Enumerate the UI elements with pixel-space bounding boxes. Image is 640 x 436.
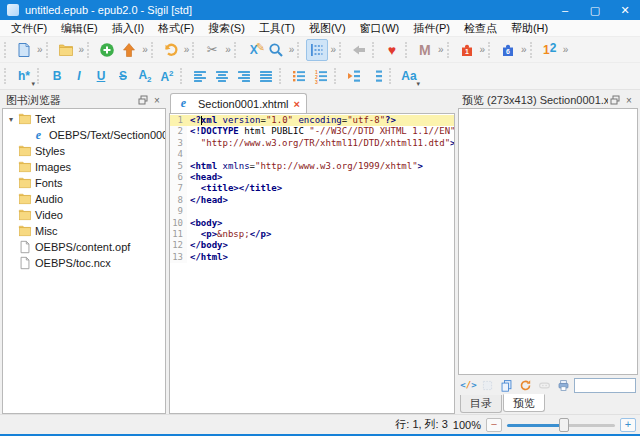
print-icon[interactable]: [555, 377, 572, 394]
find-icon[interactable]: [265, 39, 287, 61]
align-justify-icon[interactable]: [255, 65, 277, 87]
underline-icon[interactable]: U: [90, 65, 112, 87]
tree-item-fonts[interactable]: Fonts: [3, 175, 165, 191]
menu-视图(V)[interactable]: 视图(V): [302, 20, 353, 36]
menu-工具(T)[interactable]: 工具(T): [252, 20, 302, 36]
toolbar-overflow-icon[interactable]: »: [77, 44, 86, 55]
toolbar-overflow-icon[interactable]: »: [140, 44, 149, 55]
menu-搜索(S)[interactable]: 搜索(S): [201, 20, 252, 36]
preview-address-input[interactable]: [574, 378, 636, 393]
bold-icon[interactable]: B: [46, 65, 68, 87]
plugin-red-1-icon[interactable]: 1: [456, 39, 478, 61]
minimize-button[interactable]: –: [550, 0, 580, 20]
tree-item-oebps-toc-ncx[interactable]: OEBPS/toc.ncx: [3, 255, 165, 271]
italic-icon[interactable]: I: [68, 65, 90, 87]
line-number: 7: [170, 183, 187, 194]
menu-插入(I)[interactable]: 插入(I): [105, 20, 151, 36]
menu-帮助(H)[interactable]: 帮助(H): [504, 20, 555, 36]
metadata-m-icon[interactable]: M: [414, 39, 436, 61]
toolbar-overflow-icon[interactable]: »: [519, 44, 528, 55]
code-line-9[interactable]: 9: [170, 206, 454, 217]
toolbar-overflow-icon[interactable]: »: [287, 44, 296, 55]
code-line-8[interactable]: 8</head>: [170, 195, 454, 206]
float-panel-icon[interactable]: [136, 93, 150, 107]
code-line-13[interactable]: 13</html>: [170, 252, 454, 263]
save-upload-icon[interactable]: [118, 39, 140, 61]
code-line-12[interactable]: 12</body>: [170, 240, 454, 251]
donate-heart-icon[interactable]: ♥: [381, 39, 403, 61]
superscript-icon[interactable]: A2: [156, 65, 178, 87]
zoom-slider[interactable]: [507, 418, 615, 432]
copy-icon[interactable]: [498, 377, 515, 394]
close-button[interactable]: ✕: [610, 0, 640, 20]
toolbar-overflow-icon[interactable]: »: [561, 44, 570, 55]
align-left-icon[interactable]: [189, 65, 211, 87]
folder-icon: [17, 192, 32, 206]
inspect-code-icon[interactable]: </>: [460, 377, 477, 394]
zoom-out-button[interactable]: −: [486, 418, 502, 432]
code-line-1[interactable]: 1<?xml version="1.0" encoding="utf-8"?>: [170, 115, 454, 126]
zoom-slider-handle[interactable]: [559, 418, 569, 432]
menu-编辑(E)[interactable]: 编辑(E): [54, 20, 105, 36]
dock-tab-preview[interactable]: 预览: [503, 394, 545, 412]
casing-aa-icon[interactable]: Aa▾: [398, 65, 420, 87]
tree-item-images[interactable]: Images: [3, 159, 165, 175]
zoom-in-button[interactable]: +: [620, 418, 636, 432]
indent-guides-icon[interactable]: [306, 39, 328, 61]
plugin-blue-6-icon[interactable]: 6: [497, 39, 519, 61]
refresh-icon[interactable]: [517, 377, 534, 394]
toolbar-overflow-icon[interactable]: »: [478, 44, 487, 55]
maximize-button[interactable]: ▢: [580, 0, 610, 20]
add-file-icon[interactable]: [96, 39, 118, 61]
menu-插件(P)[interactable]: 插件(P): [406, 20, 457, 36]
back-icon[interactable]: [348, 39, 370, 61]
toolbar-overflow-icon[interactable]: »: [328, 44, 337, 55]
close-panel-icon[interactable]: ×: [622, 93, 636, 107]
tree-item-styles[interactable]: Styles: [3, 143, 165, 159]
code-line-5[interactable]: 5<html xmlns="http://www.w3.org/1999/xht…: [170, 161, 454, 172]
menu-文件(F)[interactable]: 文件(F): [4, 20, 54, 36]
close-panel-icon[interactable]: ×: [150, 93, 164, 107]
edit-xml-icon[interactable]: X✎: [243, 39, 265, 61]
tree-item-video[interactable]: Video: [3, 207, 165, 223]
menu-检查点[interactable]: 检查点: [457, 20, 504, 36]
menu-窗口(W)[interactable]: 窗口(W): [353, 20, 407, 36]
heading-h-icon[interactable]: h*▾: [13, 65, 35, 87]
open-folder-icon[interactable]: [55, 39, 77, 61]
align-center-icon[interactable]: [211, 65, 233, 87]
dock-tab-toc[interactable]: 目录: [460, 395, 502, 413]
align-right-icon[interactable]: [233, 65, 255, 87]
code-line-7[interactable]: 7 <title></title>: [170, 183, 454, 194]
code-line-4[interactable]: 4: [170, 149, 454, 160]
code-line-2[interactable]: 2<!DOCTYPE html PUBLIC "-//W3C//DTD XHTM…: [170, 126, 454, 137]
cut-icon[interactable]: ✂: [201, 39, 223, 61]
code-line-10[interactable]: 10<body>: [170, 218, 454, 229]
subscript-icon[interactable]: A2: [134, 65, 156, 87]
code-line-3[interactable]: 3 "http://www.w3.org/TR/xhtml11/DTD/xhtm…: [170, 138, 454, 149]
menu-格式(F)[interactable]: 格式(F): [151, 20, 201, 36]
tree-item-text[interactable]: ▾Text: [3, 111, 165, 127]
outdent-icon[interactable]: [343, 65, 365, 87]
code-line-6[interactable]: 6<head>: [170, 172, 454, 183]
code-line-11[interactable]: 11 <p>&nbsp;</p>: [170, 229, 454, 240]
toolbar-overflow-icon[interactable]: »: [182, 44, 191, 55]
indent-icon[interactable]: [365, 65, 387, 87]
toolbar-overflow-icon[interactable]: »: [436, 44, 445, 55]
code-editor[interactable]: 1<?xml version="1.0" encoding="utf-8"?>2…: [169, 113, 455, 414]
numbered-list-icon[interactable]: 123: [310, 65, 332, 87]
float-panel-icon[interactable]: [608, 93, 622, 107]
tree-item-misc[interactable]: Misc: [3, 223, 165, 239]
editor-tab[interactable]: e Section0001.xhtml ×: [170, 93, 307, 113]
toolbar-overflow-icon[interactable]: »: [35, 44, 44, 55]
new-file-icon[interactable]: [13, 39, 35, 61]
bullet-list-icon[interactable]: [288, 65, 310, 87]
tree-item-audio[interactable]: Audio: [3, 191, 165, 207]
strikethrough-icon[interactable]: S: [112, 65, 134, 87]
tab-close-icon[interactable]: ×: [293, 98, 301, 110]
tree-item-oebps-content-opf[interactable]: OEBPS/content.opf: [3, 239, 165, 255]
tree-item-oebps-text-section0001-xhtml[interactable]: eOEBPS/Text/Section0001.xhtml: [3, 127, 165, 143]
plugin-count-12-icon[interactable]: 12: [539, 39, 561, 61]
expander-icon[interactable]: ▾: [5, 115, 17, 124]
undo-icon[interactable]: [160, 39, 182, 61]
toolbar-overflow-icon[interactable]: »: [223, 44, 232, 55]
